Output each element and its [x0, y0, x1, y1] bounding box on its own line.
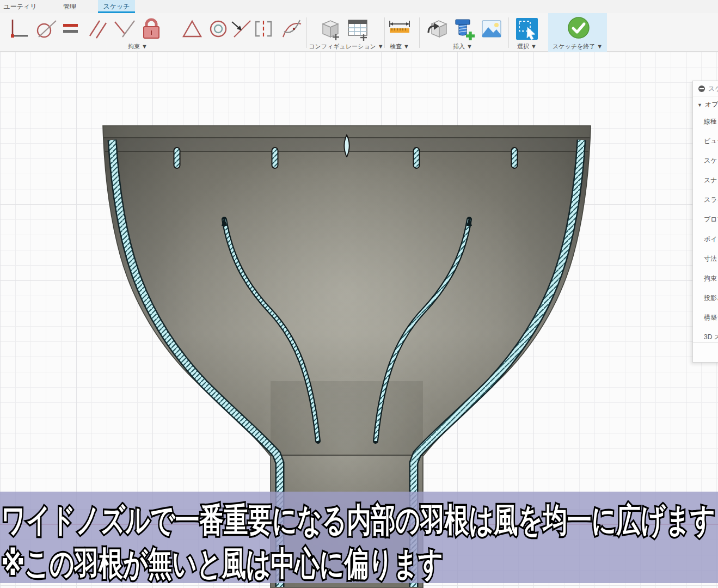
palette-section-options[interactable]: ▼オプション: [693, 97, 718, 112]
palette-item-slice[interactable]: スライス: [693, 193, 718, 206]
palette-item-profile[interactable]: プロファ: [693, 213, 718, 226]
palette-section-label: オプション: [705, 101, 718, 108]
sketch-palette-panel: スケッチ ▼オプション 線種 ビュー正 スケッチ スナップ スライス プロファ …: [692, 81, 718, 363]
palette-item-snap[interactable]: スナップ: [693, 174, 718, 187]
palette-title: スケッチ: [708, 85, 718, 93]
collapse-icon[interactable]: [698, 85, 705, 92]
palette-divider: [693, 342, 718, 343]
palette-item-points[interactable]: ポイント: [693, 232, 718, 246]
palette-item-projected[interactable]: 投影さ: [693, 291, 718, 304]
chevron-down-icon: ▼: [697, 98, 702, 112]
palette-item-sketch-grid[interactable]: スケッチ: [693, 154, 718, 167]
subtitle-line-1: ワイドノズルで一番重要になる内部の羽根は風を均一に広げます: [1, 501, 715, 538]
video-subtitle-band: ワイドノズルで一番重要になる内部の羽根は風を均一に広げます ※この羽根が無いと風…: [0, 492, 718, 583]
palette-item-constraints[interactable]: 拘束: [693, 272, 718, 285]
sketch-palette-header[interactable]: スケッチ: [693, 81, 718, 96]
palette-item-3d-sketch[interactable]: 3D スケ: [693, 330, 718, 344]
palette-item-dimensions[interactable]: 寸法: [693, 252, 718, 265]
palette-item-construction[interactable]: 構築ジ: [693, 311, 718, 324]
palette-item-look-at[interactable]: ビュー正: [693, 134, 718, 148]
subtitle-line-2: ※この羽根が無いと風は中心に偏ります: [1, 545, 443, 582]
fusion360-window: ユーティリティ 管理 スケッチ: [0, 0, 718, 588]
palette-item-linetype[interactable]: 線種: [693, 115, 718, 128]
